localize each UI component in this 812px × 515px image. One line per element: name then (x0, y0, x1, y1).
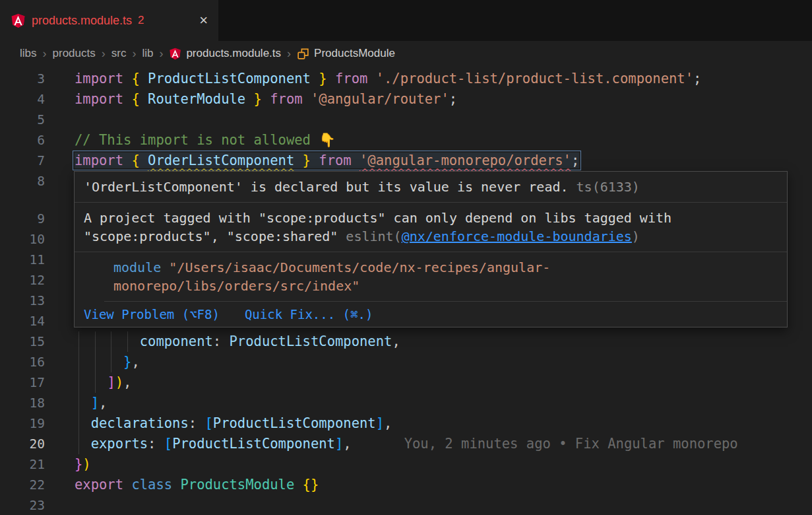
indent-guide (95, 331, 96, 352)
code-line-5[interactable]: 5 (0, 110, 812, 130)
breadcrumb-symbol[interactable]: ProductsModule (314, 47, 395, 60)
line-number[interactable]: 5 (0, 110, 45, 130)
code-line-7[interactable]: 7import { OrderListComponent } from '@an… (0, 151, 812, 171)
line-number[interactable]: 10 (0, 229, 45, 250)
indent-guide (78, 434, 79, 454)
line-number[interactable]: 3 (0, 69, 45, 89)
code-line-3[interactable]: 3import { ProductListComponent } from '.… (0, 69, 812, 89)
hover-widget: 'OrderListComponent' is declared but its… (74, 171, 788, 327)
code-line-21[interactable]: 21}) (0, 454, 812, 475)
code-line-16[interactable]: 16 }, (0, 352, 812, 372)
breadcrumb-separator: › (132, 47, 136, 61)
code-line-19[interactable]: 19 declarations: [ProductListComponent], (0, 413, 812, 434)
breadcrumb-file[interactable]: products.module.ts (186, 47, 281, 60)
git-blame-annotation: You, 2 minutes ago • Fix Angular monorep… (404, 436, 738, 452)
breadcrumb-folder[interactable]: products (53, 47, 96, 60)
line-number[interactable]: 8 (0, 171, 45, 191)
hover-module-path: module "/Users/isaac/Documents/code/nx-r… (104, 252, 787, 302)
tab-bar: products.module.ts 2 × (0, 0, 812, 41)
hover-eslint-diagnostic: A project tagged with "scope:products" c… (75, 203, 787, 252)
indent-guide (95, 352, 96, 372)
line-number[interactable]: 19 (0, 413, 45, 434)
line-number[interactable]: 7 (0, 151, 45, 171)
line-number[interactable]: 12 (0, 270, 45, 291)
angular-file-icon (169, 48, 181, 60)
code-line-15[interactable]: 15 component: ProductListComponent, (0, 331, 812, 352)
line-number[interactable]: 11 (0, 250, 45, 270)
editor[interactable]: 3import { ProductListComponent } from '.… (0, 66, 812, 515)
indent-guide (127, 331, 128, 352)
hover-ts-diagnostic: 'OrderListComponent' is declared but its… (75, 172, 787, 203)
line-number[interactable]: 4 (0, 89, 45, 110)
line-number[interactable]: 15 (0, 331, 45, 352)
nx-rule-link[interactable]: @nx/enforce-module-boundaries (402, 228, 632, 244)
indent-guide (111, 331, 111, 352)
breadcrumb: libs›products›src›lib› products.module.t… (0, 41, 812, 66)
code-line-18[interactable]: 18 ], (0, 393, 812, 413)
tab-products-module[interactable]: products.module.ts 2 × (0, 0, 218, 41)
pointing-down-emoji: 👇 (319, 132, 336, 148)
breadcrumb-separator: › (159, 47, 163, 61)
breadcrumb-folder[interactable]: src (111, 47, 127, 60)
breadcrumb-folder[interactable]: lib (142, 47, 153, 60)
tab-problems-badge: 2 (138, 14, 144, 27)
code-line-4[interactable]: 4import { RouterModule } from '@angular/… (0, 89, 812, 110)
indent-guide (111, 352, 111, 372)
breadcrumb-folder[interactable]: libs (20, 47, 37, 60)
line-number[interactable]: 18 (0, 393, 45, 413)
line-number[interactable]: 17 (0, 372, 45, 393)
line-number[interactable]: 14 (0, 311, 45, 331)
class-symbol-icon (297, 48, 309, 60)
indent-guide (78, 372, 79, 393)
line-number[interactable]: 9 (0, 209, 45, 229)
hover-range-highlight: import { OrderListComponent } from '@ang… (75, 153, 579, 168)
code-line-6[interactable]: 6// This import is not allowed 👇 (0, 130, 812, 151)
breadcrumb-separator: › (102, 47, 106, 61)
hover-actions-bar: View Problem (⌥F8)Quick Fix... (⌘.) (75, 302, 787, 327)
line-number[interactable]: 20 (0, 434, 45, 454)
code-line-17[interactable]: 17 ]), (0, 372, 812, 393)
indent-guide (95, 372, 96, 393)
view-problem-action[interactable]: View Problem (⌥F8) (84, 307, 220, 322)
line-number[interactable]: 16 (0, 352, 45, 372)
code-line-23[interactable]: 23 (0, 495, 812, 515)
angular-icon (11, 13, 26, 28)
breadcrumb-separator: › (43, 47, 47, 61)
code-line-20[interactable]: 20 exports: [ProductListComponent],You, … (0, 434, 812, 454)
tab-title: products.module.ts (32, 14, 132, 28)
indent-guide (78, 413, 79, 434)
code-line-22[interactable]: 22export class ProductsModule {} (0, 475, 812, 495)
quick-fix-action[interactable]: Quick Fix... (⌘.) (245, 307, 373, 322)
close-icon[interactable]: × (199, 13, 208, 28)
indent-guide (78, 331, 79, 352)
line-number[interactable]: 23 (0, 495, 45, 515)
indent-guide (78, 352, 79, 372)
breadcrumb-separator: › (287, 47, 291, 61)
line-number[interactable]: 21 (0, 454, 45, 475)
indent-guide (78, 393, 79, 413)
line-number[interactable]: 6 (0, 130, 45, 151)
line-number[interactable]: 13 (0, 291, 45, 311)
line-number[interactable]: 22 (0, 475, 45, 495)
